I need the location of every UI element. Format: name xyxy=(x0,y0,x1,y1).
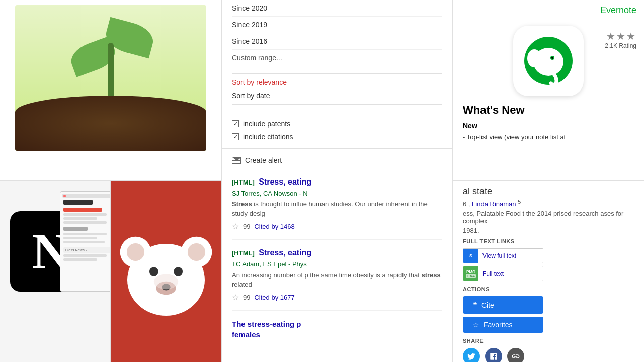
notion-ss-title xyxy=(63,200,93,205)
rating-count: 2.1K Rating xyxy=(605,42,636,49)
result-3-title[interactable]: The stress-eating pfemales xyxy=(232,319,442,340)
evernote-section: Evernote xyxy=(453,0,644,181)
email-icon xyxy=(232,157,241,164)
author-info: 6 , Linda Rinaman 5 xyxy=(463,199,634,208)
share-label: SHARE xyxy=(463,338,634,344)
svg-point-14 xyxy=(551,57,553,59)
al-state-text: al state xyxy=(463,186,634,197)
alert-section: Create alert xyxy=(222,149,452,172)
year-ref: 1981. xyxy=(463,227,634,234)
evernote-logo[interactable]: Evernote xyxy=(600,5,636,16)
notion-ss-line4 xyxy=(63,233,107,235)
result-2-meta: ☆ 99 Cited by 1677 xyxy=(232,293,442,302)
notion-dot xyxy=(63,195,66,197)
result-2-authors: TC Adam, ES Epel - Phys xyxy=(232,260,442,268)
divider1 xyxy=(232,73,442,74)
full-text-label: FULL TEXT LINKS xyxy=(463,238,634,244)
new-detail: - Top-list view (view your note list at xyxy=(463,132,634,142)
result-1-star[interactable]: ☆ xyxy=(232,222,239,231)
include-patents-label: include patents xyxy=(243,120,290,128)
scholar-results-list: [HTML] Stress, eating SJ Torres, CA Nows… xyxy=(222,172,452,362)
divider2 xyxy=(232,104,442,105)
notion-ss-line3 xyxy=(63,221,107,224)
pmc-full-text-link[interactable]: PMC FREE Full text xyxy=(463,266,543,281)
notion-ss-red xyxy=(63,208,102,212)
evernote-svg xyxy=(523,36,574,86)
result-item-2: [HTML] Stress, eating TC Adam, ES Epel -… xyxy=(232,248,442,311)
sort-by-relevance[interactable]: Sort by relevance xyxy=(232,76,442,89)
result-1-title[interactable]: [HTML] Stress, eating xyxy=(232,177,442,188)
notion-ss-line xyxy=(63,213,107,216)
result-2-title-text: Stress, eating xyxy=(259,248,311,257)
result-1-cited-by[interactable]: Cited by 1468 xyxy=(254,223,294,230)
view-full-text-link[interactable]: S View full text xyxy=(463,248,543,263)
twitter-share-button[interactable] xyxy=(463,348,480,362)
pmc-icon: PMC FREE xyxy=(463,266,478,281)
svg-point-4 xyxy=(188,243,205,261)
include-citations-label: include citations xyxy=(243,133,293,141)
patents-checkbox[interactable]: ✓ xyxy=(232,120,239,127)
result-2-cite-count-num: 99 xyxy=(243,294,250,301)
star-button-icon: ☆ xyxy=(473,321,479,329)
twitter-icon-svg xyxy=(467,352,476,361)
scholar-full-text-icon: S xyxy=(463,249,478,263)
full-text-links-section: FULL TEXT LINKS S View full text xyxy=(463,238,634,281)
cite-button[interactable]: ❝ Cite xyxy=(463,296,543,314)
result-2-cited-by[interactable]: Cited by 1677 xyxy=(254,294,294,301)
copy-link-button[interactable] xyxy=(507,348,524,362)
favorites-label: Favorites xyxy=(484,321,513,329)
result-1-snippet: Stress is thought to influe human studie… xyxy=(232,199,442,219)
actions-label: ACTIONS xyxy=(463,286,634,292)
notion-ss-line2 xyxy=(63,217,97,220)
notion-ss-line8 xyxy=(63,258,97,261)
evernote-header: Evernote xyxy=(453,0,644,21)
new-label: New xyxy=(463,122,634,130)
result-1-authors: SJ Torres, CA Nowson - N xyxy=(232,190,442,197)
result-2-snippet: An increasing number of p the same time … xyxy=(232,270,442,290)
filter-since2020[interactable]: Since 2020 xyxy=(232,0,442,17)
result-1-html-badge: [HTML] xyxy=(232,178,255,186)
bear-icon-svg xyxy=(111,181,221,362)
result-1-title-text: Stress, eating xyxy=(259,177,311,186)
svg-point-9 xyxy=(154,274,178,289)
svg-point-6 xyxy=(174,267,183,276)
result-2-title[interactable]: [HTML] Stress, eating xyxy=(232,248,442,258)
include-citations-item[interactable]: ✓ include citations xyxy=(232,130,442,143)
filter-custom-range[interactable]: Custom range... xyxy=(232,50,442,66)
share-section: SHARE xyxy=(463,338,634,362)
facebook-icon-svg xyxy=(489,352,498,361)
sort-section: Sort by relevance Sort by date xyxy=(222,66,452,112)
plant-illustration xyxy=(15,5,206,151)
filter-since2019[interactable]: Since 2019 xyxy=(232,17,442,33)
year-filter-section: Since 2020 Since 2019 Since 2016 Custom … xyxy=(222,0,452,66)
facebook-share-button[interactable] xyxy=(485,348,502,362)
notion-ss-line7 xyxy=(63,254,107,257)
linda-rinaman-link[interactable]: Linda Rinaman xyxy=(472,200,516,208)
result-item-1: [HTML] Stress, eating SJ Torres, CA Nows… xyxy=(232,177,442,240)
result-1-meta: ☆ 99 Cited by 1468 xyxy=(232,222,442,231)
notion-app-section[interactable]: N Class xyxy=(0,181,111,362)
view-full-text-text: View full text xyxy=(478,252,520,259)
notion-ss-section xyxy=(63,227,88,231)
evernote-elephant-icon xyxy=(513,26,584,96)
article-detail-content: al state 6 , Linda Rinaman 5 ess, Palata… xyxy=(453,181,644,362)
al-state-section: al state 6 , Linda Rinaman 5 ess, Palata… xyxy=(463,186,634,234)
pmc-full-text-text: Full text xyxy=(478,270,508,277)
filter-since2016[interactable]: Since 2016 xyxy=(232,33,442,50)
app-bottom-section: N Class xyxy=(0,181,221,362)
sort-by-date[interactable]: Sort by date xyxy=(232,89,442,102)
rating-area: ★★★ 2.1K Rating xyxy=(605,30,636,49)
result-2-star[interactable]: ☆ xyxy=(232,293,239,302)
share-icons-row xyxy=(463,348,634,362)
bear-app-section[interactable] xyxy=(111,181,221,362)
favorites-button[interactable]: ☆ Favorites xyxy=(463,317,543,333)
whats-new-section: What's New New - Top-list view (view you… xyxy=(453,96,644,147)
plant-soil xyxy=(15,96,206,151)
svg-point-12 xyxy=(527,49,541,67)
snippet-al-state: ess, Palatable Food t the 2014 prised re… xyxy=(463,210,634,225)
citations-checkbox[interactable]: ✓ xyxy=(232,133,239,140)
result-1-cite-count-num: 99 xyxy=(243,223,250,230)
include-patents-item[interactable]: ✓ include patents xyxy=(232,117,442,130)
create-alert-item[interactable]: Create alert xyxy=(232,156,442,164)
left-panel: N Class xyxy=(0,0,221,362)
